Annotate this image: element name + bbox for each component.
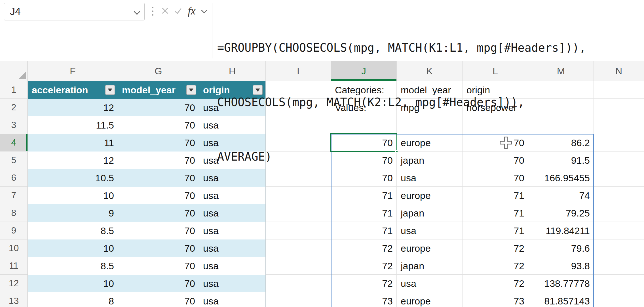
cell-L11[interactable]: 72 xyxy=(463,257,528,275)
formula-line-3: AVERAGE) xyxy=(217,148,642,166)
cell-H10[interactable]: usa xyxy=(199,239,266,257)
cell-J9[interactable]: 71 xyxy=(331,222,397,239)
formula-bar-separator xyxy=(212,3,212,58)
select-all-button[interactable] xyxy=(0,61,28,81)
table-header-label: acceleration xyxy=(32,85,105,96)
cell-G10[interactable]: 70 xyxy=(118,239,199,257)
cell-J13[interactable]: 73 xyxy=(331,292,397,307)
cell-L8[interactable]: 71 xyxy=(463,204,528,222)
row-header-1[interactable]: 1 xyxy=(0,81,28,99)
check-icon xyxy=(174,6,183,15)
cell-H12[interactable]: usa xyxy=(199,275,266,292)
cell-J12[interactable]: 72 xyxy=(331,275,397,292)
filter-arrow-icon xyxy=(189,89,193,92)
cell-F12[interactable]: 10 xyxy=(28,275,118,292)
table-header-cell-F[interactable]: acceleration xyxy=(28,81,118,99)
cell-G3[interactable]: 70 xyxy=(118,116,199,134)
cell-J11[interactable]: 72 xyxy=(331,257,397,275)
cell-K8[interactable]: japan xyxy=(397,204,463,222)
cell-L12[interactable]: 72 xyxy=(463,275,528,292)
cell-J8[interactable]: 71 xyxy=(331,204,397,222)
cell-G6[interactable]: 70 xyxy=(118,169,199,187)
enter-button[interactable] xyxy=(172,4,184,18)
cell-K13[interactable]: europe xyxy=(397,292,463,307)
table-header-cell-G[interactable]: model_year xyxy=(118,81,199,99)
x-icon xyxy=(161,6,170,15)
filter-dropdown-button[interactable] xyxy=(186,85,196,95)
cell-G11[interactable]: 70 xyxy=(118,257,199,275)
table-header-label: model_year xyxy=(122,85,186,96)
row-header-4[interactable]: 4 xyxy=(0,134,28,152)
cell-K11[interactable]: japan xyxy=(397,257,463,275)
cell-F6[interactable]: 10.5 xyxy=(28,169,118,187)
cell-F3[interactable]: 11.5 xyxy=(28,116,118,134)
cell-M13[interactable]: 81.857143 xyxy=(528,292,594,307)
row-header-7[interactable]: 7 xyxy=(0,187,28,204)
cell-G12[interactable]: 70 xyxy=(118,275,199,292)
cell-L13[interactable]: 73 xyxy=(463,292,528,307)
cell-F5[interactable]: 12 xyxy=(28,152,118,169)
cell-G8[interactable]: 70 xyxy=(118,204,199,222)
row-header-5[interactable]: 5 xyxy=(0,152,28,169)
cell-F7[interactable]: 10 xyxy=(28,187,118,204)
cell-K9[interactable]: usa xyxy=(397,222,463,239)
cell-M11[interactable]: 93.8 xyxy=(528,257,594,275)
row-header-13[interactable]: 13 xyxy=(0,292,28,307)
name-box[interactable]: J4 xyxy=(4,3,145,20)
cell-F8[interactable]: 9 xyxy=(28,204,118,222)
cell-G9[interactable]: 70 xyxy=(118,222,199,239)
cell-F13[interactable]: 8 xyxy=(28,292,118,307)
column-header-F[interactable]: F xyxy=(28,61,118,81)
cell-L9[interactable]: 71 xyxy=(463,222,528,239)
cell-K12[interactable]: usa xyxy=(397,275,463,292)
cell-H11[interactable]: usa xyxy=(199,257,266,275)
cell-G5[interactable]: 70 xyxy=(118,152,199,169)
cell-M8[interactable]: 79.25 xyxy=(528,204,594,222)
cancel-button[interactable] xyxy=(159,4,171,18)
filter-arrow-icon xyxy=(108,89,112,92)
insert-function-button[interactable]: fx xyxy=(185,4,199,18)
cell-J10[interactable]: 72 xyxy=(331,239,397,257)
cell-M10[interactable]: 79.6 xyxy=(528,239,594,257)
name-box-value: J4 xyxy=(10,6,135,18)
cell-F11[interactable]: 8.5 xyxy=(28,257,118,275)
cell-M9[interactable]: 119.84211 xyxy=(528,222,594,239)
cell-H9[interactable]: usa xyxy=(199,222,266,239)
select-all-triangle-icon xyxy=(18,72,26,79)
cell-F4[interactable]: 11 xyxy=(28,134,118,152)
filter-dropdown-button[interactable] xyxy=(105,85,115,95)
cell-F2[interactable]: 12 xyxy=(28,99,118,116)
cell-G7[interactable]: 70 xyxy=(118,187,199,204)
cell-F10[interactable]: 10 xyxy=(28,239,118,257)
row-header-11[interactable]: 11 xyxy=(0,257,28,275)
row-header-12[interactable]: 12 xyxy=(0,275,28,292)
cell-G2[interactable]: 70 xyxy=(118,99,199,116)
cell-M12[interactable]: 138.77778 xyxy=(528,275,594,292)
cell-G13[interactable]: 70 xyxy=(118,292,199,307)
row-header-6[interactable]: 6 xyxy=(0,169,28,187)
formula-line-1: =GROUPBY(CHOOSECOLS(mpg, MATCH(K1:L1, mp… xyxy=(217,39,642,57)
formula-input[interactable]: =GROUPBY(CHOOSECOLS(mpg, MATCH(K1:L1, mp… xyxy=(217,2,642,59)
row-header-2[interactable]: 2 xyxy=(0,99,28,116)
cell-F9[interactable]: 8.5 xyxy=(28,222,118,239)
cell-K10[interactable]: europe xyxy=(397,239,463,257)
row-header-10[interactable]: 10 xyxy=(0,239,28,257)
cell-L10[interactable]: 72 xyxy=(463,239,528,257)
row-header-8[interactable]: 8 xyxy=(0,204,28,222)
cell-H13[interactable]: usa xyxy=(199,292,266,307)
formula-line-2: CHOOSECOLS(mpg, MATCH(K2:L2, mpg[#Header… xyxy=(217,93,642,111)
formula-bar: J4 fx =GROUPBY(CHOOSECOLS(mpg, MATCH(K1:… xyxy=(0,0,644,61)
column-header-G[interactable]: G xyxy=(118,61,199,81)
formula-bar-drag-dots-icon xyxy=(152,7,154,18)
row-header-3[interactable]: 3 xyxy=(0,116,28,134)
row-header-9[interactable]: 9 xyxy=(0,222,28,239)
cell-H8[interactable]: usa xyxy=(199,204,266,222)
formula-bar-expand-chevron-icon[interactable] xyxy=(201,7,208,14)
cell-G4[interactable]: 70 xyxy=(118,134,199,152)
name-box-chevron-down-icon[interactable] xyxy=(134,9,140,15)
